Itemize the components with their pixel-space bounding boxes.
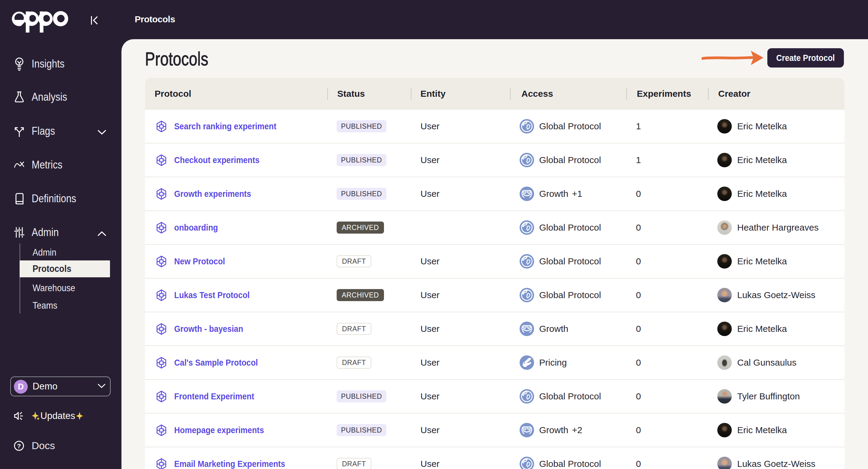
svg-text:?: ? [17, 442, 21, 449]
